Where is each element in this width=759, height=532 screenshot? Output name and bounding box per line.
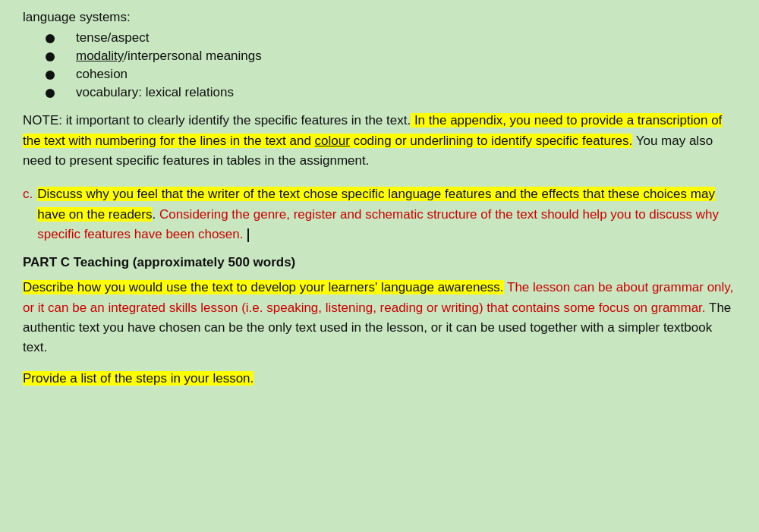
c-label: c. bbox=[23, 184, 33, 204]
intro-line: language systems: bbox=[23, 8, 736, 27]
bullet-text: tense/aspect bbox=[76, 30, 149, 46]
bullet-icon bbox=[46, 89, 55, 98]
part-c-heading: PART C Teaching (approximately 500 words… bbox=[23, 255, 736, 270]
part-c-body: Describe how you would use the text to d… bbox=[23, 278, 736, 357]
provide-highlight: Provide a list of the steps in your less… bbox=[23, 371, 254, 386]
bullet-icon bbox=[46, 71, 55, 80]
bullet-text: cohesion bbox=[76, 67, 128, 82]
intro-text: language systems: bbox=[23, 10, 131, 24]
section-c-content: Discuss why you feel that the writer of … bbox=[37, 184, 736, 244]
bullet-text: vocabulary: lexical relations bbox=[76, 85, 234, 100]
section-c-block: c. Discuss why you feel that the writer … bbox=[23, 184, 736, 244]
bullet-icon bbox=[46, 34, 55, 43]
list-item: tense/aspect bbox=[46, 30, 736, 46]
text-cursor bbox=[247, 228, 249, 242]
section-c-row: c. Discuss why you feel that the writer … bbox=[23, 184, 736, 244]
list-item: vocabulary: lexical relations bbox=[46, 85, 736, 100]
list-item: modality/interpersonal meanings bbox=[46, 49, 736, 64]
part-c-highlight: Describe how you would use the text to d… bbox=[23, 280, 504, 294]
note-block: NOTE: it important to clearly identify t… bbox=[23, 111, 736, 171]
bullet-list: tense/aspect modality/interpersonal mean… bbox=[46, 30, 736, 100]
bullet-icon bbox=[46, 52, 55, 61]
section-c-period: . bbox=[152, 207, 156, 222]
note-prefix: NOTE: it important to clearly identify t… bbox=[23, 113, 411, 127]
bullet-text: modality/interpersonal meanings bbox=[76, 49, 262, 64]
colour-underline: colour bbox=[315, 134, 350, 148]
list-item: cohesion bbox=[46, 67, 736, 82]
underline-modality: modality bbox=[76, 49, 124, 63]
provide-line: Provide a list of the steps in your less… bbox=[23, 369, 736, 389]
